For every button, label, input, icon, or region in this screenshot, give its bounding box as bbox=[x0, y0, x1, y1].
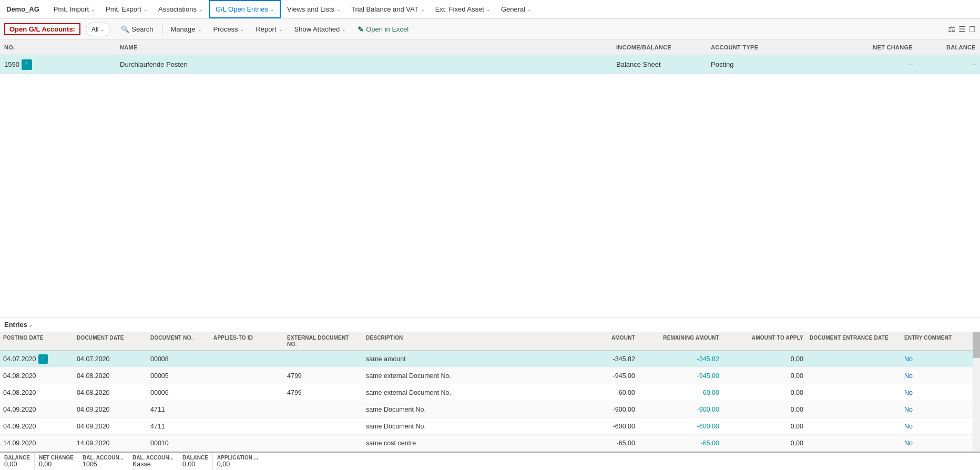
report-button[interactable]: Report ⌄ bbox=[250, 22, 288, 37]
entry-amount: -60,00 bbox=[575, 386, 638, 399]
entry-entry-comment[interactable]: No bbox=[901, 386, 980, 399]
expand-icon[interactable]: ❐ bbox=[969, 25, 976, 34]
bottom-application-container: APPLICATION ... 0,00 bbox=[212, 453, 262, 470]
nav-associations[interactable]: Associations ⌄ bbox=[153, 0, 208, 18]
bottom-application-value: 0,00 bbox=[217, 461, 258, 468]
account-no-value: 1590 bbox=[4, 60, 19, 68]
col-net-change: NET CHANGE bbox=[822, 42, 917, 53]
entry-external-doc-no: 4799 bbox=[284, 370, 363, 382]
entries-col-remaining-amount: REMAINING AMOUNT bbox=[638, 332, 722, 350]
account-row-menu[interactable]: ⋮ bbox=[22, 59, 32, 70]
entry-entry-comment[interactable]: No bbox=[901, 437, 980, 449]
entries-row: 04.09.2020 04.09.2020 4711 same Document… bbox=[0, 401, 980, 418]
entry-posting-date-value: 04.08.2020 bbox=[3, 389, 36, 396]
entry-document-date: 04.09.2020 bbox=[74, 420, 147, 433]
bottom-net-change-label-container: NET CHANGE 0,00 bbox=[34, 453, 78, 470]
nav-associations-label: Associations bbox=[158, 5, 197, 13]
process-button[interactable]: Process ⌄ bbox=[208, 22, 250, 37]
nav-ext-fixed-asset[interactable]: Ext. Fixed Asset ⌄ bbox=[430, 0, 496, 18]
nav-general-chevron: ⌄ bbox=[527, 7, 532, 12]
entries-row: 04.07.2020 ⋮ 04.07.2020 00008 same amoun… bbox=[0, 351, 980, 367]
entries-expand-icon[interactable]: ⌄ bbox=[28, 322, 33, 328]
col-balance: BALANCE bbox=[917, 42, 980, 53]
entry-entry-comment[interactable]: No bbox=[901, 403, 980, 416]
entry-remaining-amount: -900,00 bbox=[638, 403, 722, 416]
show-attached-button[interactable]: Show Attached ⌄ bbox=[289, 22, 352, 37]
open-excel-button[interactable]: ✎ Open in Excel bbox=[352, 22, 414, 37]
entries-col-document-no: DOCUMENT NO. bbox=[147, 332, 210, 350]
entry-amount: -65,00 bbox=[575, 437, 638, 449]
entries-col-doc-entrance-date: DOCUMENT ENTRANCE DATE bbox=[807, 332, 901, 350]
accounts-table-header: NO. NAME INCOME/BALANCE ACCOUNT TYPE NET… bbox=[0, 40, 980, 55]
entry-amount-to-apply: 0,00 bbox=[722, 353, 807, 365]
nav-trial-balance[interactable]: Trial Balance and VAT ⌄ bbox=[346, 0, 430, 18]
bottom-balance2-container: BALANCE 0,00 bbox=[178, 453, 212, 470]
nav-views-and-lists-label: Views and Lists bbox=[287, 5, 334, 13]
entry-posting-date-value: 14.09.2020 bbox=[3, 440, 36, 447]
entry-doc-entrance-date bbox=[807, 407, 901, 412]
nav-gl-open-entries[interactable]: G/L Open Entries ⌄ bbox=[209, 0, 281, 18]
entry-row-menu[interactable]: ⋮ bbox=[38, 354, 48, 364]
entry-description: same Document No. bbox=[363, 420, 575, 433]
entry-posting-date-value: 04.08.2020 bbox=[3, 372, 36, 380]
account-name-value: Durchlaufende Posten bbox=[120, 60, 188, 68]
bottom-bal-accoun1-value: 1005 bbox=[83, 461, 124, 468]
entry-posting-date: 04.08.2020 bbox=[0, 386, 74, 399]
bottom-bal-accoun2-label: BAL. ACCOUN... bbox=[132, 455, 173, 461]
filter-icon[interactable]: ⚖ bbox=[948, 24, 955, 34]
account-balance-value: – bbox=[972, 60, 976, 68]
entries-row: 04.09.2020 04.09.2020 4711 same Document… bbox=[0, 418, 980, 435]
entry-external-doc-no bbox=[284, 407, 363, 412]
account-net-change-value: – bbox=[909, 60, 913, 68]
bottom-net-change-label: NET CHANGE bbox=[39, 455, 74, 461]
bottom-balance2-value: 0,00 bbox=[182, 461, 208, 468]
manage-label: Manage bbox=[171, 25, 196, 33]
filter-chevron: ⌄ bbox=[100, 27, 105, 32]
entry-posting-date: 04.08.2020 bbox=[0, 370, 74, 382]
entry-amount-to-apply: 0,00 bbox=[722, 370, 807, 382]
nav-pmt-export-label: Pmt. Export bbox=[106, 5, 141, 13]
entry-applies-to-id bbox=[210, 390, 284, 395]
nav-pmt-import[interactable]: Pmt. Import ⌄ bbox=[48, 0, 100, 18]
nav-pmt-export[interactable]: Pmt. Export ⌄ bbox=[100, 0, 153, 18]
entry-amount: -945,00 bbox=[575, 370, 638, 382]
search-icon: 🔍 bbox=[121, 25, 129, 33]
scrollbar-track[interactable] bbox=[973, 332, 980, 452]
entry-document-date: 04.09.2020 bbox=[74, 403, 147, 416]
entry-entry-comment[interactable]: No bbox=[901, 353, 980, 365]
entry-amount-to-apply: 0,00 bbox=[722, 437, 807, 449]
entry-document-no: 4711 bbox=[147, 420, 210, 433]
nav-pmt-import-label: Pmt. Import bbox=[54, 5, 89, 13]
bottom-totals: BALANCE 0,00 NET CHANGE 0,00 BAL. ACCOUN… bbox=[0, 452, 980, 470]
nav-views-and-lists[interactable]: Views and Lists ⌄ bbox=[282, 0, 346, 18]
entry-document-no: 00008 bbox=[147, 353, 210, 365]
entries-title[interactable]: Entries bbox=[4, 321, 27, 329]
nav-views-and-lists-chevron: ⌄ bbox=[336, 7, 341, 12]
entry-posting-date: 14.09.2020 bbox=[0, 437, 74, 449]
list-icon[interactable]: ☰ bbox=[958, 24, 966, 34]
middle-spacer bbox=[0, 74, 980, 317]
filter-all-button[interactable]: All ⌄ bbox=[86, 23, 110, 36]
entry-entry-comment[interactable]: No bbox=[901, 370, 980, 382]
entry-document-date: 14.09.2020 bbox=[74, 437, 147, 449]
entry-description: same Document No. bbox=[363, 403, 575, 416]
nav-associations-chevron: ⌄ bbox=[199, 7, 203, 12]
entry-document-no: 00005 bbox=[147, 370, 210, 382]
search-label: Search bbox=[131, 25, 153, 33]
manage-button[interactable]: Manage ⌄ bbox=[166, 22, 207, 37]
scrollbar-thumb[interactable] bbox=[973, 332, 980, 358]
entry-doc-entrance-date bbox=[807, 441, 901, 446]
entry-posting-date-value: 04.07.2020 bbox=[3, 355, 36, 363]
search-button[interactable]: 🔍 Search bbox=[116, 22, 158, 37]
report-chevron: ⌄ bbox=[279, 27, 283, 32]
entries-col-entry-comment: ENTRY COMMENT bbox=[901, 332, 980, 350]
entry-entry-comment[interactable]: No bbox=[901, 420, 980, 433]
entries-col-amount: AMOUNT bbox=[575, 332, 638, 350]
col-account-type: ACCOUNT TYPE bbox=[707, 42, 822, 53]
account-balance-cell: – bbox=[917, 57, 980, 71]
nav-general[interactable]: General ⌄ bbox=[496, 0, 537, 18]
account-income-balance-value: Balance Sheet bbox=[616, 60, 661, 68]
entries-col-document-date: DOCUMENT DATE bbox=[74, 332, 147, 350]
entry-applies-to-id bbox=[210, 356, 284, 362]
entry-doc-entrance-date bbox=[807, 356, 901, 362]
